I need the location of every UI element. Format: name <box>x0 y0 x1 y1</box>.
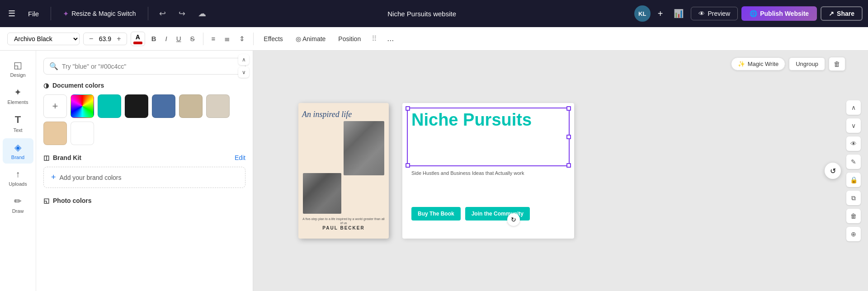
refresh-icon: ↻ <box>511 216 516 223</box>
share-button[interactable]: ↗ Share <box>821 6 863 21</box>
chevron-down-button[interactable]: ∨ <box>846 118 861 133</box>
lock-icon: 🔒 <box>850 176 858 183</box>
add-brand-colors-button[interactable]: + Add your brand colors <box>43 167 245 188</box>
align-spacing-button[interactable]: ⇕ <box>236 33 248 45</box>
color-search-box[interactable]: 🔍 <box>43 58 245 75</box>
sidebar-item-text-label: Text <box>13 127 22 133</box>
grid-view-button[interactable]: ⠿ <box>369 33 380 45</box>
main-content-page: Niche Pursuits Side Hustles and Business… <box>402 103 574 239</box>
refresh-floating-button[interactable]: ↻ <box>507 213 520 226</box>
canvas-add-button[interactable]: ⊕ <box>846 227 861 241</box>
visibility-toggle-button[interactable]: 👁 <box>846 136 861 151</box>
align-left-button[interactable]: ≡ <box>209 33 218 44</box>
color-wheel-swatch[interactable] <box>71 94 94 118</box>
selection-handle-br <box>566 163 571 168</box>
preview-button[interactable]: 👁 Preview <box>691 7 738 20</box>
draw-icon: ✏ <box>14 196 22 207</box>
resize-magic-switch-button[interactable]: ✦ Resize & Magic Switch <box>58 7 140 21</box>
color-search-input[interactable] <box>62 63 240 70</box>
share-icon: ↗ <box>829 10 834 17</box>
subheading-block: Side Hustles and Business Ideas that Act… <box>411 170 565 177</box>
analytics-button[interactable]: 📊 <box>670 6 687 21</box>
photo-colors-label: Photo colors <box>53 197 92 204</box>
chevron-up-button[interactable]: ∧ <box>846 100 861 115</box>
canvas-delete-button[interactable]: 🗑 <box>846 209 861 223</box>
join-community-button[interactable]: Join the Community <box>465 207 530 221</box>
scroll-down-button[interactable]: ∨ <box>238 67 249 78</box>
cloud-save-button[interactable]: ☁ <box>194 6 210 21</box>
white-color-swatch[interactable] <box>71 122 94 145</box>
sidebar-item-elements-label: Elements <box>8 99 28 105</box>
brand-icon: ◈ <box>14 142 21 153</box>
sidebar-item-brand-label: Brand <box>11 155 24 160</box>
style-icon: ✎ <box>851 158 856 165</box>
topbar-center: Niche Pursuits website <box>213 10 631 18</box>
brand-kit-title: ◫ Brand Kit <box>43 154 81 161</box>
hamburger-button[interactable]: ☰ <box>5 6 18 21</box>
canvas-content: An inspired life PAUL BECKER A five-step… <box>298 103 574 239</box>
align-list-button[interactable]: ≣ <box>222 33 233 45</box>
magic-write-button[interactable]: ✨ Magic Write <box>731 57 785 70</box>
photo-colors-title: ◱ Photo colors <box>43 197 245 204</box>
steel-blue-color-swatch[interactable] <box>152 94 175 118</box>
elements-icon: ✦ <box>14 87 22 98</box>
bold-button[interactable]: B <box>149 33 159 44</box>
lock-button[interactable]: 🔒 <box>846 173 861 187</box>
effects-button[interactable]: Effects <box>259 33 288 44</box>
light-beige-color-swatch[interactable] <box>206 94 230 118</box>
right-refresh-button[interactable]: ↺ <box>825 163 841 179</box>
sidebar-item-uploads[interactable]: ↑ Uploads <box>3 165 33 190</box>
selection-handle-tl <box>406 106 410 111</box>
preview-eye-icon: 👁 <box>698 10 705 17</box>
style-edit-button[interactable]: ✎ <box>846 155 861 169</box>
italic-button[interactable]: I <box>163 33 170 44</box>
document-color-swatches: + <box>43 94 245 145</box>
sidebar-item-design[interactable]: ◱ Design <box>3 56 33 81</box>
document-colors-icon: ◑ <box>43 82 49 89</box>
position-button[interactable]: Position <box>334 33 365 44</box>
add-collaborator-button[interactable]: + <box>654 7 667 21</box>
user-avatar-button[interactable]: KL <box>634 5 651 22</box>
dark-color-swatch[interactable] <box>125 94 148 118</box>
duplicate-button[interactable]: ⧉ <box>846 191 861 205</box>
sidebar-item-uploads-label: Uploads <box>9 181 27 187</box>
sidebar-item-brand[interactable]: ◈ Brand <box>3 138 33 164</box>
document-colors-label: Document colors <box>52 82 104 89</box>
photo-colors-icon: ◱ <box>43 197 49 204</box>
sidebar-item-elements[interactable]: ✦ Elements <box>3 83 33 108</box>
ungroup-button[interactable]: Ungroup <box>789 57 825 70</box>
canvas-area: ✨ Magic Write Ungroup 🗑 ∧ ∨ 👁 ✎ 🔒 ⧉ 🗑 <box>253 51 868 291</box>
sidebar-item-text[interactable]: T Text <box>3 110 33 136</box>
undo-button[interactable]: ↩ <box>156 6 170 21</box>
text-color-button[interactable]: A <box>131 32 145 46</box>
underline-button[interactable]: U <box>174 33 184 44</box>
main-heading: Niche Pursuits <box>411 111 565 129</box>
font-size-decrease-button[interactable]: − <box>87 34 95 44</box>
redo-button[interactable]: ↪ <box>175 6 189 21</box>
toolbar-divider <box>203 33 203 45</box>
eye-closed-icon: 👁 <box>850 140 857 147</box>
animate-button[interactable]: ◎ Animate <box>291 33 330 44</box>
font-family-select[interactable]: Archivo Black <box>7 33 80 45</box>
peach-color-swatch[interactable] <box>43 122 67 145</box>
teal-color-swatch[interactable] <box>98 94 121 118</box>
file-menu-button[interactable]: File <box>24 7 43 20</box>
heading-block[interactable]: Niche Pursuits <box>411 111 565 129</box>
strikethrough-button[interactable]: S <box>188 33 198 44</box>
more-options-button[interactable]: ... <box>383 32 397 45</box>
document-colors-title: ◑ Document colors <box>43 82 245 89</box>
resize-label: Resize & Magic Switch <box>71 10 136 17</box>
brand-kit-edit-link[interactable]: Edit <box>235 154 245 161</box>
sidebar-item-draw[interactable]: ✏ Draw <box>3 192 33 217</box>
delete-button[interactable]: 🗑 <box>829 57 845 71</box>
font-size-increase-button[interactable]: + <box>115 34 123 44</box>
selection-handle-tr <box>566 106 571 111</box>
add-color-button[interactable]: + <box>43 94 67 118</box>
search-icon: 🔍 <box>49 62 58 70</box>
selection-handle-bl <box>406 163 410 168</box>
beige-color-swatch[interactable] <box>179 94 203 118</box>
text-color-label: A <box>136 33 140 41</box>
scroll-up-button[interactable]: ∧ <box>238 54 249 65</box>
buy-book-button[interactable]: Buy The Book <box>411 207 461 221</box>
publish-website-button[interactable]: 🌐 Publish Website <box>741 6 817 21</box>
